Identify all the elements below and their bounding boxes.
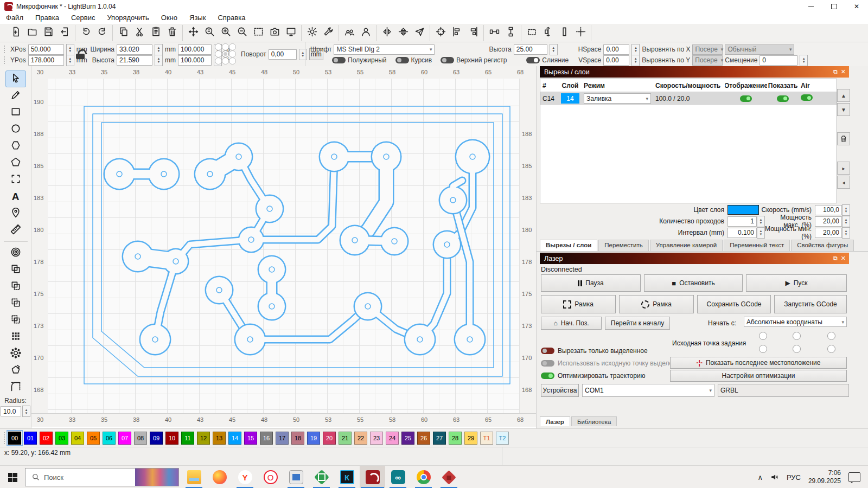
layer-delete-button[interactable]	[837, 132, 850, 145]
run-gcode-button[interactable]: Запустить GCode	[774, 295, 847, 313]
stop-button[interactable]: ■Остановить	[644, 274, 743, 292]
palette-T2[interactable]: T2	[496, 432, 509, 445]
hspace-spinner[interactable]: ▲▼	[631, 44, 640, 55]
height-spinner[interactable]: ▲▼	[155, 55, 163, 66]
tool-bool-difference[interactable]	[5, 295, 26, 312]
panel-expand-right-button[interactable]: ▸	[837, 162, 850, 175]
layer-output-toggle[interactable]	[725, 95, 767, 102]
menu-Файл[interactable]: Файл	[0, 13, 29, 24]
tool-fillet[interactable]	[5, 379, 26, 396]
camera-button[interactable]	[266, 25, 283, 41]
align-2-button[interactable]	[465, 25, 481, 41]
power-max-spinner[interactable]: ▲▼	[842, 216, 850, 227]
undo-button[interactable]	[78, 25, 94, 41]
layer-color-chip[interactable]: 14	[561, 93, 579, 104]
canvas[interactable]	[48, 79, 520, 413]
tab-Свойства фигуры[interactable]: Свойства фигуры	[791, 240, 854, 251]
palette-12[interactable]: 12	[197, 432, 210, 445]
zoom-page-button[interactable]	[201, 25, 218, 41]
notifications-icon[interactable]	[848, 472, 860, 482]
use-origin-toggle[interactable]	[541, 360, 554, 367]
float-panel-icon[interactable]: ⧉	[833, 68, 838, 75]
vspace-spinner[interactable]: ▲▼	[631, 55, 640, 66]
xpos-spinner[interactable]: ▲▼	[66, 44, 74, 55]
tool-pin[interactable]	[5, 205, 26, 222]
font-height-spinner[interactable]: ▲▼	[550, 44, 558, 55]
palette-04[interactable]: 04	[71, 432, 84, 445]
person-button[interactable]	[358, 25, 374, 41]
wrench-button[interactable]	[320, 25, 336, 41]
import-button[interactable]	[56, 25, 73, 41]
layer-row[interactable]: C14 14 Заливка▾ 100.0 / 20.0	[540, 92, 837, 105]
hspace-field[interactable]: 0.00	[603, 44, 629, 55]
menu-Упорядочить[interactable]: Упорядочить	[101, 13, 155, 24]
anchor-grid[interactable]	[215, 43, 235, 64]
close-panel-icon[interactable]: ✕	[841, 255, 846, 262]
start-button[interactable]: ▶Пуск	[746, 274, 847, 292]
taskbar-kompas-3d[interactable]: К	[334, 466, 360, 488]
taskbar-search[interactable]: Поиск	[25, 468, 179, 486]
offset-spinner[interactable]: ▲▼	[800, 55, 808, 66]
file-new-button[interactable]	[8, 25, 24, 41]
palette-06[interactable]: 06	[103, 432, 116, 445]
taskbar-yandex-browser[interactable]: Y	[232, 466, 258, 488]
tab-Библиотека[interactable]: Библиотека	[571, 416, 617, 426]
palette-23[interactable]: 23	[370, 432, 383, 445]
palette-T1[interactable]: T1	[480, 432, 493, 445]
taskbar-firefox[interactable]	[207, 466, 232, 488]
drag-handle[interactable]	[3, 432, 6, 445]
radius-field[interactable]: 10.0	[1, 406, 21, 416]
distribute-v-button[interactable]	[502, 25, 519, 41]
tool-select[interactable]	[5, 70, 26, 87]
tab-Переместить[interactable]: Переместить	[598, 240, 648, 251]
tool-ruler[interactable]	[5, 222, 26, 239]
distribute-h-button[interactable]	[486, 25, 502, 41]
palette-16[interactable]: 16	[260, 432, 273, 445]
tool-hexagon[interactable]	[5, 138, 26, 155]
pause-button[interactable]: Пауза	[541, 274, 641, 292]
palette-15[interactable]: 15	[244, 432, 257, 445]
palette-22[interactable]: 22	[354, 432, 367, 445]
flip-h-button[interactable]	[379, 25, 395, 41]
port-combo[interactable]: COM1▾	[582, 384, 714, 397]
palette-28[interactable]: 28	[449, 432, 462, 445]
start-button[interactable]	[0, 466, 25, 488]
start-from-combo[interactable]: Абсолютные координаты▾	[744, 317, 847, 327]
tool-text[interactable]: A	[5, 188, 26, 205]
taskbar-lightburn[interactable]	[360, 466, 385, 488]
layer-down-button[interactable]: ▼	[837, 103, 850, 116]
layer-air-toggle[interactable]	[799, 94, 826, 102]
layer-mode-combo[interactable]: Заливка▾	[584, 93, 651, 104]
height-field[interactable]: 21.590	[117, 55, 152, 66]
tool-rect[interactable]	[5, 104, 26, 121]
palette-08[interactable]: 08	[134, 432, 147, 445]
tool-bool-union[interactable]	[5, 261, 26, 278]
palette-17[interactable]: 17	[276, 432, 289, 445]
origin-radio-1-0[interactable]	[759, 345, 767, 353]
width-field[interactable]: 33.020	[117, 44, 152, 55]
power-max-field[interactable]: 20,00	[815, 216, 842, 227]
menu-Окно[interactable]: Окно	[155, 13, 183, 24]
taskbar-app-window[interactable]	[283, 466, 309, 488]
bold-toggle[interactable]	[332, 57, 346, 63]
go-to-origin-button[interactable]: Перейти к началу	[605, 317, 670, 330]
column-6[interactable]: Air	[799, 82, 826, 89]
clock[interactable]: 7:06 29.09.2025	[808, 469, 841, 485]
move-frame-button[interactable]	[524, 25, 540, 41]
volume-icon[interactable]	[770, 473, 779, 481]
layer-show-toggle[interactable]	[767, 95, 799, 102]
rotate-spinner[interactable]: ▲▼	[299, 49, 307, 60]
trash-button[interactable]	[164, 25, 180, 41]
float-panel-icon[interactable]: ⧉	[833, 255, 838, 262]
group-button[interactable]	[341, 25, 358, 41]
home-button[interactable]: ⌂Нач. Поз.	[541, 317, 602, 330]
palette-07[interactable]: 07	[118, 432, 131, 445]
devices-button[interactable]: Устройства	[541, 384, 579, 397]
frame-select-button[interactable]	[250, 25, 266, 41]
tab-Лазер[interactable]: Лазер	[540, 416, 570, 426]
origin-radio-0-1[interactable]	[793, 332, 801, 340]
save-gcode-button[interactable]: Сохранить GCode	[697, 295, 771, 313]
tool-bool-subtract[interactable]	[5, 278, 26, 295]
passes-spinner[interactable]: ▲▼	[757, 216, 765, 227]
align-x-combo[interactable]: Посере▾	[692, 44, 723, 55]
